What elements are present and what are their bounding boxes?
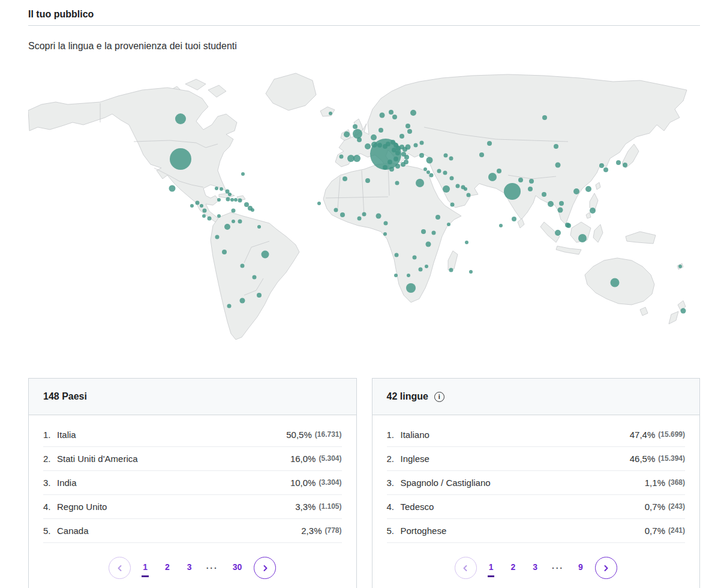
map-bubble[interactable] xyxy=(465,241,468,244)
map-bubble[interactable] xyxy=(376,214,381,219)
map-bubble[interactable] xyxy=(528,187,533,191)
info-icon[interactable]: i xyxy=(434,392,444,402)
pagination-page-30[interactable]: 30 xyxy=(227,559,248,577)
map-bubble[interactable] xyxy=(488,173,497,181)
map-bubble[interactable] xyxy=(399,134,404,139)
map-bubble[interactable] xyxy=(200,204,203,208)
map-bubble[interactable] xyxy=(251,208,254,212)
map-bubble[interactable] xyxy=(386,142,390,146)
map-bubble[interactable] xyxy=(377,143,382,148)
map-bubble[interactable] xyxy=(469,270,473,274)
map-bubble[interactable] xyxy=(467,193,471,197)
map-bubble[interactable] xyxy=(421,229,426,234)
map-bubble[interactable] xyxy=(340,212,345,217)
map-bubble[interactable] xyxy=(393,157,398,161)
pagination-prev-button[interactable] xyxy=(455,557,477,579)
pagination-page-1[interactable]: 1 xyxy=(483,559,499,577)
map-bubble[interactable] xyxy=(542,192,546,197)
pagination-next-button[interactable] xyxy=(595,557,617,579)
map-bubble[interactable] xyxy=(357,137,362,142)
map-bubble[interactable] xyxy=(169,185,176,192)
map-bubble[interactable] xyxy=(362,212,366,217)
map-bubble[interactable] xyxy=(395,164,400,169)
map-bubble[interactable] xyxy=(558,208,563,213)
map-bubble[interactable] xyxy=(611,278,620,287)
map-bubble[interactable] xyxy=(329,112,332,115)
map-bubble[interactable] xyxy=(414,143,418,148)
map-bubble[interactable] xyxy=(234,198,238,202)
map-bubble[interactable] xyxy=(555,163,561,168)
map-bubble[interactable] xyxy=(499,224,503,227)
map-bubble[interactable] xyxy=(190,204,194,208)
map-bubble[interactable] xyxy=(175,113,186,124)
pagination-next-button[interactable] xyxy=(254,557,276,579)
map-bubble[interactable] xyxy=(353,155,360,162)
map-bubble[interactable] xyxy=(444,154,448,158)
map-bubble[interactable] xyxy=(504,183,521,200)
map-bubble[interactable] xyxy=(215,235,220,239)
map-bubble[interactable] xyxy=(202,214,206,218)
map-bubble[interactable] xyxy=(344,131,350,137)
map-bubble[interactable] xyxy=(590,208,596,214)
map-bubble[interactable] xyxy=(437,169,441,173)
map-bubble[interactable] xyxy=(456,184,460,188)
map-bubble[interactable] xyxy=(678,265,682,268)
map-bubble[interactable] xyxy=(224,224,230,230)
map-bubble[interactable] xyxy=(518,178,523,182)
map-bubble[interactable] xyxy=(565,223,570,227)
map-bubble[interactable] xyxy=(227,304,232,308)
map-bubble[interactable] xyxy=(555,230,561,236)
map-bubble[interactable] xyxy=(217,214,221,218)
map-bubble[interactable] xyxy=(407,129,412,134)
map-bubble[interactable] xyxy=(232,220,235,223)
map-bubble[interactable] xyxy=(217,198,221,202)
map-bubble[interactable] xyxy=(479,152,484,157)
pagination-page-3[interactable]: 3 xyxy=(527,559,543,577)
map-bubble[interactable] xyxy=(423,167,427,171)
map-bubble[interactable] xyxy=(353,124,358,129)
map-bubble[interactable] xyxy=(599,163,604,168)
map-bubble[interactable] xyxy=(447,223,450,226)
map-bubble[interactable] xyxy=(378,128,383,133)
pagination-page-9[interactable]: 9 xyxy=(573,559,588,577)
map-bubble[interactable] xyxy=(395,181,399,185)
map-bubble[interactable] xyxy=(578,234,587,242)
map-bubble[interactable] xyxy=(416,179,424,187)
map-bubble[interactable] xyxy=(238,199,242,203)
map-bubble[interactable] xyxy=(365,178,370,183)
map-bubble[interactable] xyxy=(512,217,516,221)
map-bubble[interactable] xyxy=(220,187,223,191)
map-bubble[interactable] xyxy=(406,283,416,293)
map-bubble[interactable] xyxy=(681,308,686,314)
map-bubble[interactable] xyxy=(443,171,447,175)
map-bubble[interactable] xyxy=(241,264,245,268)
map-bubble[interactable] xyxy=(383,165,387,170)
map-bubble[interactable] xyxy=(404,155,409,160)
map-bubble[interactable] xyxy=(497,169,501,173)
map-bubble[interactable] xyxy=(449,157,453,161)
map-bubble[interactable] xyxy=(387,160,392,164)
map-bubble[interactable] xyxy=(405,145,411,150)
map-bubble[interactable] xyxy=(443,185,450,193)
map-bubble[interactable] xyxy=(435,215,440,220)
map-bubble[interactable] xyxy=(603,167,608,172)
map-bubble[interactable] xyxy=(559,201,564,206)
map-bubble[interactable] xyxy=(542,115,547,120)
map-bubble[interactable] xyxy=(548,201,554,207)
map-bubble[interactable] xyxy=(573,188,579,194)
map-bubble[interactable] xyxy=(554,144,558,149)
map-bubble[interactable] xyxy=(616,160,621,165)
map-bubble[interactable] xyxy=(228,193,232,196)
map-bubble[interactable] xyxy=(395,253,399,257)
map-bubble[interactable] xyxy=(170,148,191,170)
map-bubble[interactable] xyxy=(262,251,269,259)
map-bubble[interactable] xyxy=(196,201,200,205)
map-bubble[interactable] xyxy=(464,187,467,191)
map-bubble[interactable] xyxy=(420,141,424,145)
map-bubble[interactable] xyxy=(371,134,377,140)
map-bubble[interactable] xyxy=(343,176,347,181)
map-bubble[interactable] xyxy=(222,250,227,254)
map-bubble[interactable] xyxy=(425,265,428,268)
map-bubble[interactable] xyxy=(240,298,245,304)
map-bubble[interactable] xyxy=(585,186,591,192)
